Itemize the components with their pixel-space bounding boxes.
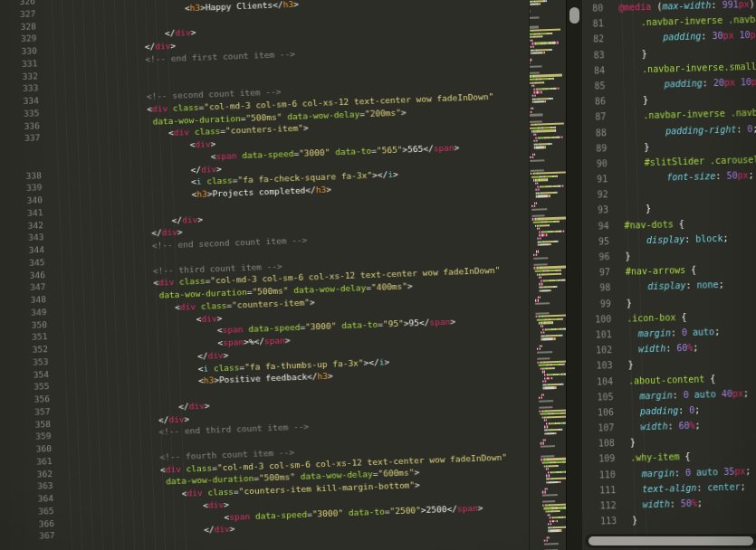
code-line-text: #nav-dots { <box>613 216 684 233</box>
code-line-text: text-align: center; <box>620 479 746 498</box>
css-editor-pane[interactable]: 80@media (max-width: 991px) {81 .navbar-… <box>582 0 756 550</box>
line-number: 88 <box>582 125 611 141</box>
line-number: 110 <box>588 467 620 483</box>
code-line-text: } <box>621 513 637 529</box>
line-number: 95 <box>582 233 614 250</box>
code-line-text: margin: 0 auto; <box>616 324 720 342</box>
html-code-rows: 326 <i class="fa fa-user fa-3x"></i>327 … <box>0 0 529 544</box>
html-code-area[interactable]: 326 <i class="fa fa-user fa-3x"></i>327 … <box>0 0 529 550</box>
code-line-text <box>55 392 64 404</box>
html-editor-pane[interactable]: 326 <i class="fa fa-user fa-3x"></i>327 … <box>0 0 529 550</box>
minimap-content <box>529 0 567 550</box>
css-code-area[interactable]: 80@media (max-width: 991px) {81 .navbar-… <box>582 0 756 550</box>
code-line-text: } <box>610 92 649 109</box>
line-number: 91 <box>582 171 612 187</box>
code-editor-window: 326 <i class="fa fa-user fa-3x"></i>327 … <box>0 0 756 550</box>
line-number: 106 <box>586 404 618 421</box>
line-number: 111 <box>588 482 620 498</box>
code-line-text <box>57 441 66 454</box>
line-number: 113 <box>589 513 621 529</box>
line-number: 99 <box>583 296 616 312</box>
code-line-text: } <box>619 435 636 451</box>
line-number: 80 <box>582 0 608 16</box>
code-line-text <box>612 186 623 202</box>
line-number: 102 <box>584 342 617 358</box>
horizontal-scrollbar-thumb[interactable] <box>589 536 753 545</box>
line-number: 90 <box>582 156 612 172</box>
code-line-text: } <box>616 295 632 311</box>
code-line-text <box>50 255 59 268</box>
code-line-text: } <box>608 46 647 62</box>
line-number: 101 <box>583 327 616 343</box>
code-line-text: } <box>611 139 650 156</box>
code-line-text: .icon-box { <box>616 309 687 327</box>
line-number: 104 <box>585 374 617 390</box>
line-number: 103 <box>584 357 617 374</box>
code-line-text <box>48 205 57 218</box>
code-line-text: display: block; <box>614 231 729 249</box>
minimap-rows <box>529 0 567 550</box>
code-line-text: } <box>613 201 652 217</box>
line-number: 94 <box>582 218 614 234</box>
line-number: 83 <box>582 47 609 63</box>
code-line-text: } <box>614 249 630 265</box>
line-number: 96 <box>582 249 615 265</box>
line-number: 112 <box>588 498 620 514</box>
line-number: 107 <box>586 420 618 436</box>
code-line-text: width: 50%; <box>620 496 703 514</box>
vertical-scrollbar-thumb[interactable] <box>569 7 579 24</box>
code-line-text: width: 60%; <box>617 340 699 358</box>
line-number: 97 <box>582 264 615 280</box>
line-number: 109 <box>587 450 619 467</box>
horizontal-scrollbar-track[interactable] <box>585 534 756 548</box>
line-number: 367 <box>9 529 60 544</box>
code-line-text: width: 60%; <box>618 418 701 436</box>
code-line-text: display: none; <box>615 277 724 295</box>
code-line-text: } <box>617 357 633 374</box>
line-number: 105 <box>585 389 617 405</box>
code-line-text <box>43 81 53 94</box>
code-line-text <box>42 19 51 32</box>
line-number: 86 <box>582 93 610 109</box>
code-line-text: .why-item { <box>619 449 691 466</box>
css-code-rows: 80@media (max-width: 991px) {81 .navbar-… <box>582 0 756 529</box>
code-line-text <box>43 69 53 81</box>
line-number: 82 <box>582 32 608 48</box>
line-number: 89 <box>582 140 612 156</box>
line-number: 87 <box>582 109 611 125</box>
line-number: 100 <box>583 311 616 327</box>
line-number: 81 <box>582 15 608 32</box>
line-number: 108 <box>587 435 619 451</box>
minimap[interactable] <box>529 0 567 550</box>
line-number: 93 <box>582 203 613 219</box>
line-number: 92 <box>582 186 613 203</box>
pane-divider <box>566 0 584 550</box>
line-number: 84 <box>582 62 609 79</box>
line-number: 85 <box>582 78 610 94</box>
line-number: 98 <box>582 280 615 296</box>
